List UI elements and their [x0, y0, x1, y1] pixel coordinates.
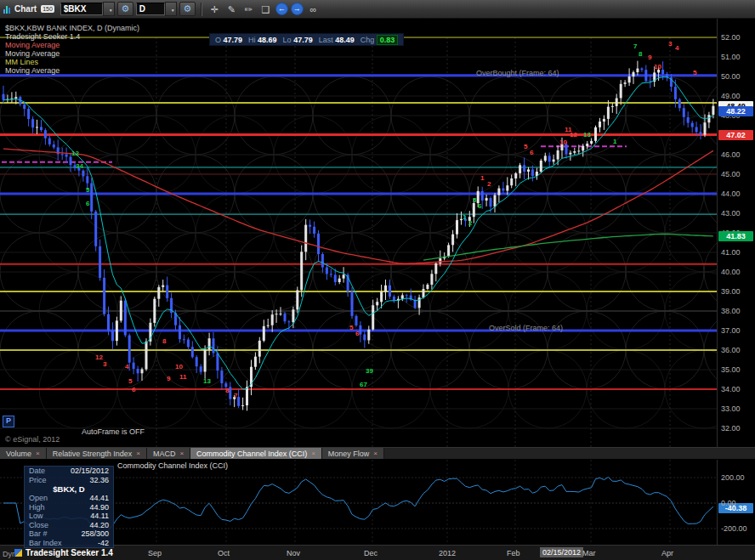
time-axis-label: Nov	[287, 549, 300, 557]
last-value: 48.49	[335, 36, 355, 44]
time-axis-label: Mar	[582, 549, 596, 557]
price-axis-label: 36.00	[721, 346, 741, 354]
symbol-input[interactable]	[60, 3, 103, 15]
svg-text:5: 5	[693, 69, 697, 76]
time-axis-label: 2012	[439, 549, 456, 557]
main-price-chart[interactable]: 1234561234568910111387563967125612561011…	[0, 19, 755, 447]
symbol-field: ▼	[60, 2, 115, 16]
svg-text:3: 3	[103, 360, 107, 368]
toolbar-separator	[201, 3, 202, 16]
price-axis-label: 40.00	[721, 268, 741, 276]
data-window-tooltip: Date02/15/2012 Price32.36 $BKX, D Open44…	[24, 466, 114, 548]
svg-text:10: 10	[559, 139, 567, 146]
copyright-text: © eSignal, 2012	[5, 435, 60, 444]
marker-tool-icon[interactable]: ✏	[241, 2, 256, 16]
price-axis-label: 51.00	[721, 53, 741, 61]
svg-text:5: 5	[128, 377, 133, 385]
pencil-tool-icon[interactable]: ✎	[224, 2, 239, 16]
low-value: 47.79	[293, 36, 313, 44]
tradesight-icon	[14, 549, 22, 557]
window-title: Chart	[14, 4, 37, 14]
ohlc-quote-bar: O 47.79 Hi 48.69 Lo 47.79 Last 48.49 Chg…	[209, 33, 404, 46]
svg-text:11: 11	[179, 373, 187, 381]
chg-label: Chg	[360, 36, 375, 44]
svg-text:2: 2	[487, 180, 491, 188]
price-axis-label: 35.00	[721, 365, 741, 374]
svg-text:67: 67	[360, 381, 367, 388]
price-axis-label: 37.00	[721, 326, 741, 335]
low-label: Lo	[283, 36, 292, 44]
price-axis-label: 39.00	[721, 287, 741, 296]
high-label: Hi	[248, 36, 256, 44]
cci-axis: -40.38 200.000.00-200.00	[717, 460, 755, 545]
svg-text:10: 10	[654, 63, 661, 71]
tab-close-icon[interactable]: ×	[136, 450, 140, 457]
overbought-label: OverBought (Frame: 64)	[476, 69, 559, 77]
tooltip-symbol-header: $BKX, D	[25, 484, 113, 494]
chart-app-icon	[3, 4, 10, 14]
study-label: Moving Average	[5, 49, 60, 58]
open-value: 47.79	[224, 36, 243, 44]
time-axis-label: Feb	[507, 549, 520, 557]
study-tabs: Volume× Relative Strength Index× MACD× C…	[0, 447, 755, 460]
tab-cci[interactable]: Commodity Channel Index (CCI)×	[190, 448, 322, 459]
svg-text:7: 7	[234, 392, 238, 399]
symbol-settings-gear-icon[interactable]: ⚙	[117, 2, 133, 16]
tab-rsi[interactable]: Relative Strength Index×	[47, 448, 147, 459]
price-axis-label: 52.00	[721, 33, 741, 42]
symbol-dropdown-icon[interactable]: ▼	[103, 2, 115, 16]
price-badge: 47.02	[718, 130, 753, 140]
tab-close-icon[interactable]: ×	[373, 450, 378, 457]
interval-input[interactable]	[136, 3, 165, 15]
high-value: 48.69	[258, 36, 277, 44]
svg-text:10: 10	[175, 363, 183, 371]
svg-text:6: 6	[86, 200, 90, 207]
svg-text:1: 1	[463, 213, 467, 221]
back-arrow-icon[interactable]: ←	[275, 3, 288, 15]
svg-text:12: 12	[570, 131, 577, 139]
tab-close-icon[interactable]: ×	[36, 450, 40, 457]
study-label: Moving Average	[5, 41, 60, 49]
tab-macd[interactable]: MACD×	[147, 448, 190, 459]
time-axis-label: Sep	[148, 549, 162, 557]
svg-text:5: 5	[86, 186, 90, 194]
crosshair-tool-icon[interactable]: ✛	[207, 2, 222, 16]
window-badge: 150	[41, 5, 54, 13]
tab-money-flow[interactable]: Money Flow×	[322, 448, 384, 459]
price-axis-label: 46.00	[721, 150, 741, 159]
price-axis-label: 32.00	[721, 424, 741, 433]
open-label: O	[215, 36, 221, 44]
svg-text:4: 4	[675, 44, 679, 52]
link-tool-icon[interactable]: ∞	[306, 2, 321, 16]
tab-close-icon[interactable]: ×	[311, 450, 315, 457]
svg-text:12: 12	[71, 150, 79, 157]
forward-arrow-icon[interactable]: →	[291, 3, 304, 15]
svg-text:8: 8	[225, 387, 230, 394]
cci-axis-label: -200.00	[721, 524, 747, 533]
svg-text:4: 4	[125, 363, 129, 371]
autoframe-status: AutoFrame is OFF	[82, 427, 145, 436]
cci-axis-label: 0.00	[721, 499, 736, 507]
price-badge: 41.83	[718, 231, 753, 241]
svg-text:8: 8	[639, 50, 643, 58]
svg-text:9: 9	[648, 54, 652, 61]
candlestick-plot[interactable]: 1234561234568910111387563967125612561011…	[0, 19, 717, 447]
callout-tool-icon[interactable]: ❑	[258, 2, 273, 16]
price-axis-label: 33.00	[721, 404, 741, 413]
tab-close-icon[interactable]: ×	[179, 450, 184, 457]
svg-text:3: 3	[668, 40, 673, 48]
price-axis-label: 49.00	[721, 92, 741, 100]
cci-title: Commodity Channel Index (CCI)	[117, 461, 228, 470]
study-label: Tradesight Seeker 1.4	[5, 32, 80, 41]
svg-text:6: 6	[478, 202, 482, 210]
svg-text:2: 2	[468, 219, 473, 227]
tab-volume[interactable]: Volume×	[0, 448, 47, 459]
pane-p-button[interactable]: P	[3, 416, 14, 427]
interval-field: ▼	[136, 2, 177, 16]
interval-dropdown-icon[interactable]: ▼	[165, 2, 177, 16]
price-axis-label: 38.00	[721, 307, 741, 315]
status-text: Tradesight Seeker 1.4	[26, 548, 113, 557]
svg-text:39: 39	[366, 367, 373, 375]
price-axis-label: 41.00	[721, 248, 741, 257]
chart-settings-gear-icon[interactable]: ⚙	[179, 2, 196, 16]
